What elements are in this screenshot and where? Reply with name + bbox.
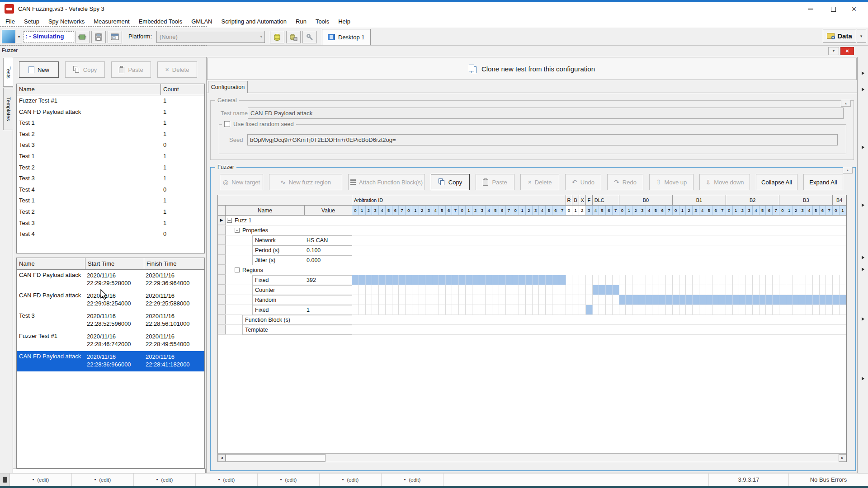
bit-header-cell[interactable]: 6 xyxy=(766,206,773,215)
fuzz-bit-cell[interactable] xyxy=(613,285,619,295)
fuzz-bit-cell[interactable] xyxy=(840,295,846,305)
fuzz-bit-cell[interactable] xyxy=(472,275,479,285)
fuzz-bit-cell[interactable] xyxy=(659,275,666,285)
grid-row-regions[interactable]: Regions xyxy=(218,265,846,275)
fuzz-bit-cell[interactable] xyxy=(359,295,366,305)
mode-status-text[interactable]: : - Simulating xyxy=(24,31,74,42)
fuzz-bit-cell[interactable] xyxy=(552,295,559,305)
bit-header-cell[interactable]: 7 xyxy=(506,206,513,215)
fuzz-bit-cell[interactable] xyxy=(446,275,453,285)
name-cell[interactable]: Period (s) xyxy=(252,245,305,255)
grid-row-fixed[interactable]: Fixed392 xyxy=(218,275,846,285)
fuzz-bit-cell[interactable] xyxy=(826,305,833,314)
fuzz-bit-cell[interactable] xyxy=(486,285,492,295)
fuzz-bit-cell[interactable] xyxy=(579,275,586,285)
close-button[interactable]: × xyxy=(844,2,864,16)
fuzz-bit-cell[interactable] xyxy=(392,295,399,305)
fuzz-bit-cell[interactable] xyxy=(666,285,673,295)
fuzz-bit-cell[interactable] xyxy=(619,305,626,314)
fuzz-bit-cell[interactable] xyxy=(779,305,786,314)
new-fuzz-region-button[interactable]: ∿New fuzz region xyxy=(269,174,342,190)
fuzz-bit-cell[interactable] xyxy=(492,275,499,285)
fuzz-bit-cell[interactable] xyxy=(826,275,833,285)
grid-horizontal-scrollbar[interactable]: ◄ ► xyxy=(218,453,846,462)
fuzz-bit-cell[interactable] xyxy=(399,275,406,285)
fuzz-bit-cell[interactable] xyxy=(366,275,373,285)
menu-tools[interactable]: Tools xyxy=(311,16,334,28)
bit-header-cell[interactable]: 7 xyxy=(559,206,566,215)
fuzz-bit-cell[interactable] xyxy=(753,285,760,295)
table-row[interactable]: Test 40 xyxy=(17,184,204,196)
fuzz-bit-cell[interactable] xyxy=(439,295,446,305)
fuzz-bit-cell[interactable] xyxy=(492,285,499,295)
status-edit-segment[interactable]: •(edit) xyxy=(72,474,134,486)
fuzz-bit-cell[interactable] xyxy=(613,305,619,314)
fuzz-bit-cell[interactable] xyxy=(779,285,786,295)
bit-header-cell[interactable]: 1 xyxy=(626,206,632,215)
fuzz-bit-cell[interactable] xyxy=(399,285,406,295)
bit-header-cell[interactable]: 4 xyxy=(699,206,706,215)
row-selector[interactable] xyxy=(218,255,226,265)
fuzz-bit-cell[interactable] xyxy=(726,275,733,285)
fuzz-bit-cell[interactable] xyxy=(425,305,432,314)
row-selector[interactable] xyxy=(218,285,226,295)
new-target-button[interactable]: ◎New target xyxy=(220,174,263,190)
bit-header-cell[interactable]: 4 xyxy=(753,206,760,215)
fuzz-bit-cell[interactable] xyxy=(492,295,499,305)
value-cell[interactable]: 392 xyxy=(304,275,352,285)
fuzz-bit-cell[interactable] xyxy=(586,285,593,295)
fuzz-bit-cell[interactable] xyxy=(432,295,439,305)
fuzz-bit-cell[interactable] xyxy=(666,275,673,285)
fuzz-bit-cell[interactable] xyxy=(793,305,800,314)
bit-header-cell[interactable]: 0 xyxy=(459,206,466,215)
fuzz-bit-cell[interactable] xyxy=(572,305,579,314)
expander-minus-icon[interactable] xyxy=(235,267,240,272)
value-cell[interactable]: 1 xyxy=(304,305,352,315)
fuzz-bit-cell[interactable] xyxy=(746,275,753,285)
bit-header-cell[interactable]: 2 xyxy=(366,206,373,215)
fuzz-bit-cell[interactable] xyxy=(359,285,366,295)
fuzz-bit-cell[interactable] xyxy=(519,285,526,295)
fuzz-bit-cell[interactable] xyxy=(406,305,412,314)
tab-configuration[interactable]: Configuration xyxy=(208,81,248,93)
database-save-button[interactable] xyxy=(286,31,301,43)
fuzz-bit-cell[interactable] xyxy=(793,285,800,295)
table-row[interactable]: Test 11 xyxy=(17,195,204,206)
fuzz-bit-cell[interactable] xyxy=(439,275,446,285)
fuzz-bit-cell[interactable] xyxy=(599,295,606,305)
bit-header-cell[interactable]: 4 xyxy=(646,206,653,215)
fuzz-bit-cell[interactable] xyxy=(599,305,606,314)
delete-button[interactable]: ×Delete xyxy=(520,174,559,190)
fuzz-bit-cell[interactable] xyxy=(619,275,626,285)
fuzz-bit-cell[interactable] xyxy=(566,275,573,285)
table-row[interactable]: Test 21 xyxy=(17,206,204,218)
fuzz-bit-cell[interactable] xyxy=(432,305,439,314)
clone-test-button[interactable]: Clone new test from this configuration xyxy=(207,58,857,80)
status-edit-segment[interactable]: •(edit) xyxy=(134,474,196,486)
fuzz-bit-cell[interactable] xyxy=(699,275,706,285)
fuzz-bit-cell[interactable] xyxy=(552,275,559,285)
run-mode-dropdown[interactable]: ▾ xyxy=(16,30,22,43)
fuzz-bit-cell[interactable] xyxy=(499,285,506,295)
fuzz-bit-cell[interactable] xyxy=(446,285,453,295)
fuzz-bit-cell[interactable] xyxy=(766,285,773,295)
fuzz-bit-cell[interactable] xyxy=(472,295,479,305)
fuzz-bit-cell[interactable] xyxy=(826,285,833,295)
pane-divider[interactable] xyxy=(206,57,207,473)
fuzz-bit-cell[interactable] xyxy=(452,275,459,285)
fuzz-bit-cell[interactable] xyxy=(379,285,386,295)
row-selector[interactable]: ▶ xyxy=(218,216,226,225)
name-cell[interactable]: Network xyxy=(252,235,305,245)
fuzz-bit-cell[interactable] xyxy=(579,305,586,314)
fuzz-bit-cell[interactable] xyxy=(366,285,373,295)
fuzz-bit-cell[interactable] xyxy=(366,305,373,314)
fuzz-bit-cell[interactable] xyxy=(626,305,632,314)
table-row[interactable]: Test 40 xyxy=(17,229,204,240)
fuzz-bit-cell[interactable] xyxy=(366,295,373,305)
platform-select[interactable]: (None)▾ xyxy=(156,31,265,43)
table-row[interactable]: Fuzzer Test #11 xyxy=(17,95,204,107)
fuzz-bit-cell[interactable] xyxy=(673,295,679,305)
scroll-right-button[interactable]: ► xyxy=(839,454,846,462)
fuzz-bit-cell[interactable] xyxy=(686,285,693,295)
fuzz-bit-cell[interactable] xyxy=(699,285,706,295)
